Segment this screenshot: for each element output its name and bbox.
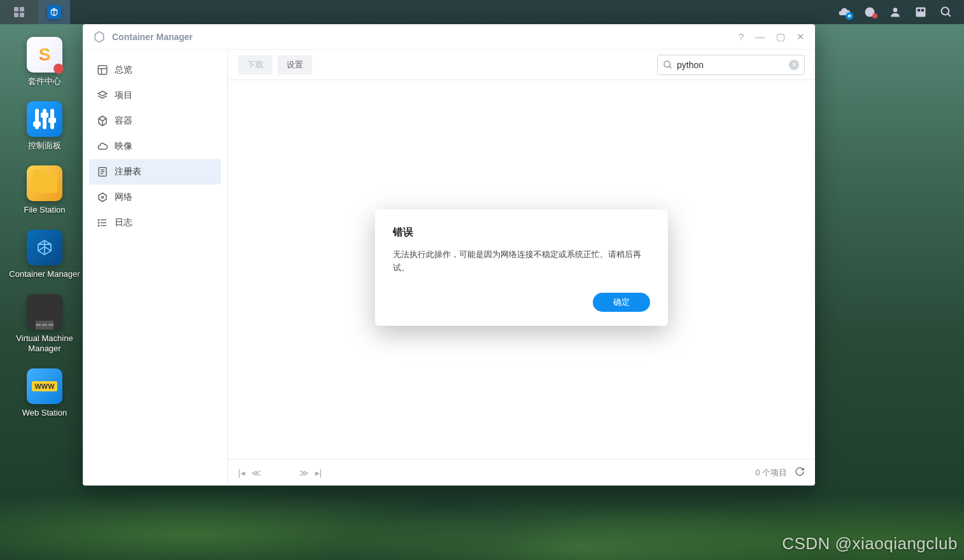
svg-rect-2: [14, 13, 18, 17]
window-title: Container Manager: [112, 32, 739, 42]
icon-label: Container Manager: [9, 269, 80, 280]
svg-point-22: [98, 220, 99, 221]
window-titlebar[interactable]: Container Manager ? — ▢ ✕: [83, 24, 815, 50]
main-panel: 下载 设置 ✕ |◂ ≪ ≫ ▸| 0 个项目: [228, 50, 815, 486]
grid-icon: [13, 6, 25, 18]
network-icon: [97, 192, 108, 203]
svg-rect-6: [916, 8, 926, 17]
container-manager-icon: [27, 230, 62, 265]
sync-badge: [846, 12, 853, 20]
file-station-icon: [27, 165, 62, 201]
maximize-button[interactable]: ▢: [776, 31, 785, 43]
desktop-icon-vmm[interactable]: Virtual Machine Manager: [6, 289, 83, 364]
apps-menu-button[interactable]: [0, 0, 38, 24]
sidebar-item-container[interactable]: 容器: [89, 108, 221, 134]
sidebar-item-label: 映像: [115, 141, 132, 152]
error-dialog: 错误 无法执行此操作，可能是因为网络连接不稳定或系统正忙。请稍后再试。 确定: [375, 209, 668, 326]
svg-rect-7: [918, 9, 920, 11]
svg-rect-1: [20, 7, 24, 11]
desktop-icons: S 套件中心 控制面板 File Station Container Manag…: [6, 32, 83, 428]
modal-overlay: 错误 无法执行此操作，可能是因为网络连接不稳定或系统正忙。请稍后再试。 确定: [228, 50, 815, 486]
chat-icon[interactable]: [858, 1, 881, 24]
control-panel-icon: [27, 101, 62, 137]
user-icon[interactable]: [884, 1, 907, 24]
window-app-icon: [93, 31, 106, 43]
svg-line-10: [948, 14, 951, 17]
sidebar-item-project[interactable]: 项目: [89, 83, 221, 108]
package-center-icon: S: [27, 37, 62, 73]
dashboard-icon: [97, 64, 108, 76]
registry-icon: [97, 166, 108, 178]
svg-point-18: [102, 197, 104, 199]
taskbar: [0, 0, 964, 24]
cloud-icon: [97, 141, 108, 152]
svg-rect-8: [921, 9, 924, 11]
cloud-sync-icon[interactable]: [833, 1, 856, 24]
desktop-icon-control-panel[interactable]: 控制面板: [6, 96, 83, 160]
sidebar-item-image[interactable]: 映像: [89, 134, 221, 159]
desktop-icon-package-center[interactable]: S 套件中心: [6, 32, 83, 96]
container-manager-icon: [47, 5, 61, 19]
app-window: Container Manager ? — ▢ ✕ 总览 项目 容器 映像: [83, 24, 815, 486]
icon-label: 套件中心: [28, 76, 61, 87]
search-icon[interactable]: [935, 1, 958, 24]
ok-button[interactable]: 确定: [593, 293, 650, 312]
sidebar-item-label: 日志: [115, 217, 132, 228]
sidebar-item-log[interactable]: 日志: [89, 210, 221, 235]
minimize-button[interactable]: —: [755, 31, 765, 43]
desktop-icon-file-station[interactable]: File Station: [6, 160, 83, 225]
vmm-icon: [27, 294, 62, 330]
icon-label: 控制面板: [28, 141, 61, 151]
dialog-message: 无法执行此操作，可能是因为网络连接不稳定或系统正忙。请稍后再试。: [393, 248, 650, 275]
svg-point-5: [893, 8, 898, 12]
sidebar-item-label: 项目: [115, 90, 132, 101]
sidebar-item-label: 注册表: [115, 166, 141, 178]
dialog-actions: 确定: [393, 293, 650, 312]
notification-dot: [872, 13, 877, 18]
desktop-icon-web-station[interactable]: WWW Web Station: [6, 363, 83, 428]
taskbar-left: [0, 0, 70, 24]
sidebar-item-label: 总览: [115, 64, 132, 76]
svg-point-24: [98, 225, 99, 227]
help-button[interactable]: ?: [739, 31, 744, 43]
sidebar: 总览 项目 容器 映像 注册表 网络: [83, 50, 228, 486]
sidebar-item-label: 网络: [115, 192, 132, 203]
svg-point-23: [98, 222, 99, 223]
system-tray: [833, 1, 964, 24]
desktop-icon-container-manager[interactable]: Container Manager: [6, 225, 83, 289]
list-icon: [97, 217, 108, 228]
dialog-title: 错误: [393, 226, 650, 239]
svg-rect-0: [14, 7, 18, 11]
icon-label: Web Station: [22, 408, 67, 419]
svg-rect-3: [20, 13, 24, 17]
sidebar-item-registry[interactable]: 注册表: [89, 159, 221, 185]
widgets-icon[interactable]: [909, 1, 932, 24]
svg-rect-11: [98, 66, 107, 74]
taskbar-app-container-manager[interactable]: [38, 0, 70, 24]
sidebar-item-network[interactable]: 网络: [89, 185, 221, 210]
window-body: 总览 项目 容器 映像 注册表 网络: [83, 50, 815, 486]
window-controls: ? — ▢ ✕: [739, 31, 805, 43]
close-button[interactable]: ✕: [797, 31, 805, 43]
watermark: CSDN @xiaoqiangclub: [782, 534, 958, 554]
icon-label: Virtual Machine Manager: [16, 333, 73, 355]
layers-icon: [97, 90, 108, 101]
svg-point-9: [942, 8, 949, 15]
icon-label: File Station: [24, 205, 65, 216]
web-station-icon: WWW: [27, 368, 62, 404]
sidebar-item-label: 容器: [115, 115, 132, 127]
sidebar-item-overview[interactable]: 总览: [89, 57, 221, 83]
cube-icon: [97, 115, 108, 127]
